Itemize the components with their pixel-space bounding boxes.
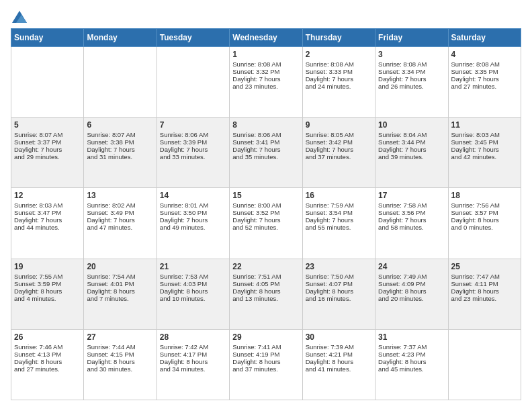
day-info: Daylight: 8 hours xyxy=(87,358,153,365)
day-info: and 4 minutes. xyxy=(14,295,81,302)
weekday-header-wednesday: Wednesday xyxy=(230,29,302,47)
day-info: and 26 minutes. xyxy=(378,83,445,90)
day-info: Daylight: 7 hours xyxy=(306,75,372,83)
day-info: Sunset: 3:54 PM xyxy=(306,209,372,216)
day-info: Sunset: 3:59 PM xyxy=(14,280,81,287)
day-info: and 20 minutes. xyxy=(378,295,445,302)
calendar-cell: 31Sunrise: 7:37 AMSunset: 4:23 PMDayligh… xyxy=(375,329,448,400)
day-info: Sunset: 3:52 PM xyxy=(232,209,299,216)
day-info: and 31 minutes. xyxy=(87,153,153,161)
calendar-cell: 6Sunrise: 8:07 AMSunset: 3:38 PMDaylight… xyxy=(84,118,157,188)
header xyxy=(11,11,521,21)
day-info: Sunset: 3:33 PM xyxy=(306,68,372,75)
day-info: Daylight: 8 hours xyxy=(232,358,299,365)
day-info: Sunrise: 7:58 AM xyxy=(378,201,445,209)
calendar-header-row: SundayMondayTuesdayWednesdayThursdayFrid… xyxy=(11,29,521,47)
day-info: Daylight: 8 hours xyxy=(14,358,81,365)
day-info: Sunset: 3:45 PM xyxy=(451,138,518,146)
day-info: Sunrise: 7:50 AM xyxy=(306,273,372,280)
day-info: Daylight: 8 hours xyxy=(160,287,226,295)
day-info: and 45 minutes. xyxy=(378,365,445,373)
day-info: and 52 minutes. xyxy=(232,224,299,231)
calendar-cell: 13Sunrise: 8:02 AMSunset: 3:49 PMDayligh… xyxy=(84,188,157,259)
calendar-cell: 25Sunrise: 7:47 AMSunset: 4:11 PMDayligh… xyxy=(448,259,521,329)
day-number: 8 xyxy=(232,120,299,130)
day-info: Sunset: 4:21 PM xyxy=(306,351,372,358)
calendar-cell xyxy=(157,47,229,118)
day-info: Sunset: 3:57 PM xyxy=(451,209,518,216)
weekday-header-monday: Monday xyxy=(84,29,157,47)
day-info: Sunrise: 7:47 AM xyxy=(451,273,518,280)
day-info: Sunrise: 7:46 AM xyxy=(14,343,81,351)
day-number: 22 xyxy=(232,262,299,271)
day-info: and 13 minutes. xyxy=(232,295,299,302)
day-info: Sunset: 3:34 PM xyxy=(378,68,445,75)
calendar-cell xyxy=(448,329,521,400)
day-info: and 24 minutes. xyxy=(306,83,372,90)
day-number: 1 xyxy=(232,50,299,59)
day-info: Sunrise: 8:07 AM xyxy=(14,131,81,138)
day-number: 13 xyxy=(87,191,153,200)
calendar-cell: 18Sunrise: 7:56 AMSunset: 3:57 PMDayligh… xyxy=(448,188,521,259)
day-info: and 34 minutes. xyxy=(160,365,226,373)
day-info: Sunrise: 7:53 AM xyxy=(160,273,226,280)
calendar-week-4: 19Sunrise: 7:55 AMSunset: 3:59 PMDayligh… xyxy=(11,259,521,329)
calendar-week-3: 12Sunrise: 8:03 AMSunset: 3:47 PMDayligh… xyxy=(11,188,521,259)
day-info: Daylight: 7 hours xyxy=(160,146,226,153)
day-info: Sunrise: 7:59 AM xyxy=(306,201,372,209)
calendar-cell: 5Sunrise: 8:07 AMSunset: 3:37 PMDaylight… xyxy=(11,118,84,188)
calendar-week-1: 1Sunrise: 8:08 AMSunset: 3:32 PMDaylight… xyxy=(11,47,521,118)
day-info: Sunset: 3:56 PM xyxy=(378,209,445,216)
calendar-cell: 11Sunrise: 8:03 AMSunset: 3:45 PMDayligh… xyxy=(448,118,521,188)
day-info: and 30 minutes. xyxy=(87,365,153,373)
day-number: 9 xyxy=(306,120,372,130)
day-info: Sunset: 4:01 PM xyxy=(87,280,153,287)
day-info: Sunset: 4:17 PM xyxy=(160,351,226,358)
calendar: SundayMondayTuesdayWednesdayThursdayFrid… xyxy=(11,28,521,400)
day-number: 16 xyxy=(306,191,372,200)
day-info: and 10 minutes. xyxy=(160,295,226,302)
day-info: Daylight: 8 hours xyxy=(306,287,372,295)
calendar-cell: 23Sunrise: 7:50 AMSunset: 4:07 PMDayligh… xyxy=(302,259,375,329)
day-info: Sunset: 3:42 PM xyxy=(306,138,372,146)
day-info: Sunrise: 8:01 AM xyxy=(160,201,226,209)
day-info: and 27 minutes. xyxy=(451,83,518,90)
day-info: and 49 minutes. xyxy=(160,224,226,231)
day-info: Sunrise: 8:02 AM xyxy=(87,201,153,209)
day-number: 31 xyxy=(378,332,445,342)
day-info: and 7 minutes. xyxy=(87,295,153,302)
day-info: Sunset: 4:07 PM xyxy=(306,280,372,287)
day-number: 7 xyxy=(160,120,226,130)
day-number: 3 xyxy=(378,50,445,59)
day-number: 26 xyxy=(14,332,81,342)
day-info: Sunset: 4:05 PM xyxy=(232,280,299,287)
day-info: Sunrise: 7:44 AM xyxy=(87,343,153,351)
logo xyxy=(11,11,27,21)
day-info: Daylight: 7 hours xyxy=(14,146,81,153)
day-info: and 39 minutes. xyxy=(378,153,445,161)
day-info: Daylight: 7 hours xyxy=(306,146,372,153)
day-number: 30 xyxy=(306,332,372,342)
day-number: 23 xyxy=(306,262,372,271)
day-info: Daylight: 8 hours xyxy=(14,287,81,295)
day-info: Daylight: 7 hours xyxy=(232,216,299,224)
day-info: Daylight: 8 hours xyxy=(306,358,372,365)
day-number: 29 xyxy=(232,332,299,342)
calendar-cell: 16Sunrise: 7:59 AMSunset: 3:54 PMDayligh… xyxy=(302,188,375,259)
day-info: Sunrise: 8:03 AM xyxy=(451,131,518,138)
day-info: Sunrise: 7:54 AM xyxy=(87,273,153,280)
day-info: Sunrise: 8:03 AM xyxy=(14,201,81,209)
calendar-cell: 22Sunrise: 7:51 AMSunset: 4:05 PMDayligh… xyxy=(230,259,302,329)
day-info: and 33 minutes. xyxy=(160,153,226,161)
calendar-cell: 28Sunrise: 7:42 AMSunset: 4:17 PMDayligh… xyxy=(157,329,229,400)
day-info: and 41 minutes. xyxy=(306,365,372,373)
day-info: Daylight: 7 hours xyxy=(378,75,445,83)
day-info: and 35 minutes. xyxy=(232,153,299,161)
day-info: and 0 minutes. xyxy=(451,224,518,231)
day-info: Daylight: 8 hours xyxy=(378,358,445,365)
day-info: Daylight: 8 hours xyxy=(451,287,518,295)
calendar-cell: 26Sunrise: 7:46 AMSunset: 4:13 PMDayligh… xyxy=(11,329,84,400)
day-number: 20 xyxy=(87,262,153,271)
calendar-cell: 7Sunrise: 8:06 AMSunset: 3:39 PMDaylight… xyxy=(157,118,229,188)
day-info: Sunset: 3:44 PM xyxy=(378,138,445,146)
